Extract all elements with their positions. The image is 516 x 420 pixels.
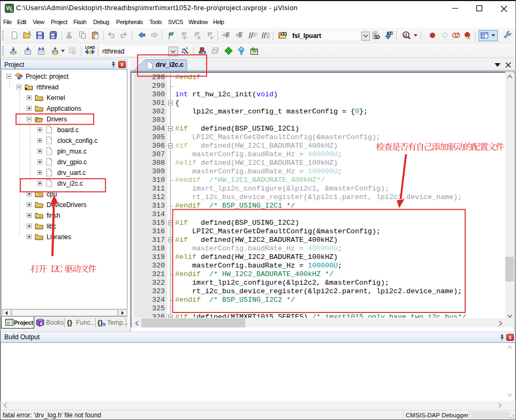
svg-text:LOAD: LOAD bbox=[85, 45, 95, 49]
svg-text:d: d bbox=[404, 32, 407, 38]
svg-text:5: 5 bbox=[11, 9, 13, 12]
svg-text:?: ? bbox=[41, 322, 43, 326]
